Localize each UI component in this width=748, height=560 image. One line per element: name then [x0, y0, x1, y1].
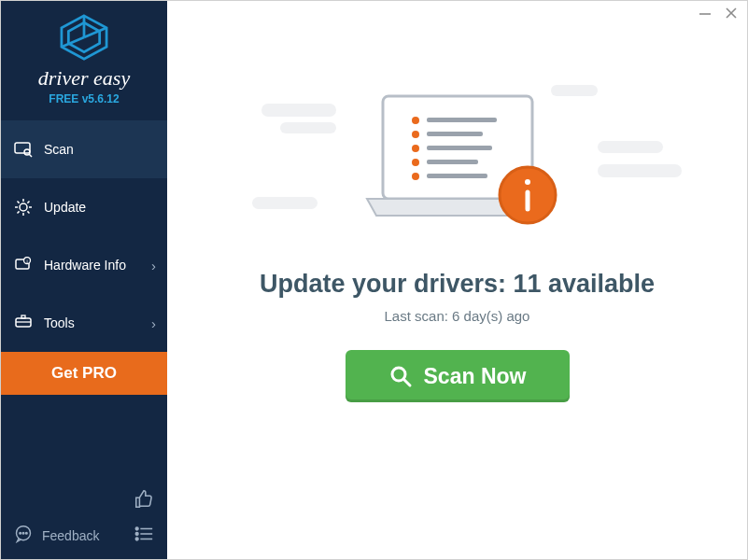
nav-item-scan[interactable]: Scan — [1, 120, 167, 178]
svg-point-38 — [412, 117, 419, 124]
svg-point-51 — [525, 179, 530, 185]
feedback-label[interactable]: Feedback — [42, 528, 99, 543]
search-icon — [388, 364, 413, 388]
scan-now-label: Scan Now — [424, 364, 527, 389]
nav-label: Tools — [44, 315, 75, 330]
svg-rect-47 — [427, 174, 487, 178]
svg-rect-22 — [21, 315, 25, 318]
laptop-icon — [350, 85, 565, 244]
main-area: Update your drivers: 11 available Last s… — [167, 1, 747, 559]
svg-point-40 — [412, 131, 419, 138]
nav-label: Update — [44, 200, 86, 215]
list-icon[interactable] — [134, 525, 154, 546]
svg-rect-43 — [427, 146, 492, 150]
svg-line-14 — [27, 211, 29, 213]
headline: Update your drivers: 11 available — [260, 270, 655, 299]
nav-label: Hardware Info — [44, 258, 126, 273]
svg-line-53 — [404, 380, 410, 385]
logo-icon — [58, 14, 110, 61]
svg-point-52 — [392, 368, 405, 381]
chat-icon[interactable] — [14, 525, 33, 546]
nav-item-hardware-info[interactable]: i Hardware Info › — [1, 236, 167, 294]
sidebar-footer: Feedback — [1, 476, 167, 559]
svg-point-26 — [26, 532, 28, 534]
svg-point-44 — [412, 159, 419, 166]
svg-rect-45 — [427, 160, 478, 164]
thumbs-up-icon[interactable] — [134, 489, 154, 513]
minimize-button[interactable] — [699, 7, 712, 22]
svg-point-27 — [135, 527, 138, 530]
chevron-right-icon: › — [151, 258, 156, 273]
svg-rect-5 — [15, 143, 30, 153]
tools-icon — [14, 315, 33, 331]
brand-name: driver easy — [1, 66, 167, 91]
scan-icon — [14, 141, 33, 158]
svg-text:i: i — [26, 259, 27, 264]
svg-point-46 — [412, 173, 419, 180]
logo-block: driver easy FREE v5.6.12 — [1, 1, 167, 117]
get-pro-label: Get PRO — [51, 364, 117, 383]
svg-point-29 — [135, 533, 138, 536]
window-controls — [699, 7, 738, 22]
svg-line-15 — [18, 211, 20, 213]
svg-line-7 — [29, 154, 32, 157]
get-pro-button[interactable]: Get PRO — [1, 352, 167, 395]
scan-now-button[interactable]: Scan Now — [346, 350, 570, 402]
brand-version: FREE v5.6.12 — [1, 92, 167, 105]
sidebar-nav: Scan Update i Hardware Info › Tools › — [1, 120, 167, 352]
svg-line-13 — [18, 202, 20, 203]
sidebar: driver easy FREE v5.6.12 Scan Update i H… — [1, 1, 167, 559]
svg-rect-39 — [427, 118, 497, 122]
svg-point-24 — [20, 532, 21, 534]
svg-point-25 — [22, 532, 24, 534]
hardware-icon: i — [14, 257, 33, 273]
nav-label: Scan — [44, 142, 74, 157]
svg-point-8 — [20, 203, 27, 211]
illustration — [289, 76, 626, 253]
svg-rect-41 — [427, 132, 483, 136]
nav-item-tools[interactable]: Tools › — [1, 294, 167, 352]
svg-line-16 — [27, 202, 29, 203]
last-scan-text: Last scan: 6 day(s) ago — [385, 308, 530, 324]
chevron-right-icon: › — [151, 315, 156, 331]
nav-item-update[interactable]: Update — [1, 178, 167, 236]
svg-point-42 — [412, 145, 419, 152]
gear-icon — [14, 198, 33, 217]
close-button[interactable] — [725, 7, 738, 22]
svg-point-31 — [135, 538, 138, 540]
